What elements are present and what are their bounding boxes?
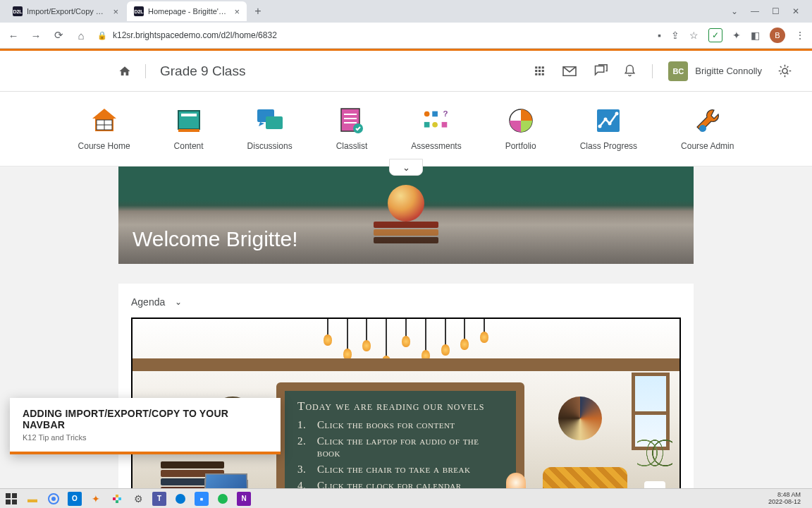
settings-icon[interactable]: ⚙ xyxy=(131,492,145,506)
svg-rect-16 xyxy=(424,121,430,127)
gear-icon[interactable] xyxy=(777,64,792,78)
list-item: 2.Click the laptop for audio of the book xyxy=(297,435,503,459)
nav-course-home[interactable]: Course Home xyxy=(78,107,130,151)
nav-content[interactable]: Content xyxy=(174,107,204,151)
edge-icon[interactable] xyxy=(173,492,187,506)
chevron-down-icon: ⌄ xyxy=(402,162,410,173)
classlist-icon xyxy=(337,107,367,134)
star-icon[interactable]: ☆ xyxy=(689,30,699,41)
svg-text:?: ? xyxy=(443,109,448,118)
chrome-icon[interactable] xyxy=(47,492,61,506)
url-text: k12sr.brightspacedemo.com/d2l/home/6832 xyxy=(113,30,277,40)
profile-avatar[interactable]: B xyxy=(770,28,785,43)
nav-classlist[interactable]: Classlist xyxy=(336,107,368,151)
user-name: Brigitte Connolly xyxy=(695,66,762,76)
bell-icon[interactable] xyxy=(623,64,636,78)
agenda-header[interactable]: Agenda ⌄ xyxy=(131,296,681,308)
agenda-title: Agenda xyxy=(131,296,165,308)
house-icon xyxy=(90,107,119,134)
slack-icon[interactable] xyxy=(110,492,124,506)
share-icon[interactable]: ⇪ xyxy=(671,30,679,41)
windows-taskbar: ▬ O ✦ ⚙ T ▪ N 8:48 AM 2022-08-12 xyxy=(0,488,812,508)
wrench-icon xyxy=(693,107,722,134)
chevron-down-icon[interactable]: ⌄ xyxy=(175,297,182,307)
nav-label: Assessments xyxy=(411,141,461,151)
favicon-icon: D2L xyxy=(13,6,23,16)
course-banner: Welcome Brigitte! xyxy=(118,167,694,264)
start-button[interactable] xyxy=(4,492,18,506)
beam-decoration xyxy=(133,358,679,371)
svg-rect-7 xyxy=(266,116,283,129)
address-field[interactable]: 🔒 k12sr.brightspacedemo.com/d2l/home/683… xyxy=(97,30,648,40)
apps-grid-icon[interactable] xyxy=(533,64,546,78)
clock-date: 2022-08-12 xyxy=(768,499,801,506)
svg-rect-28 xyxy=(6,500,11,504)
close-icon[interactable]: × xyxy=(113,6,118,17)
extension-icon[interactable]: ✓ xyxy=(708,28,722,42)
app-icon[interactable]: ✦ xyxy=(89,492,103,506)
browser-tab-0[interactable]: D2L Import/Export/Copy Components × xyxy=(6,1,125,21)
chat-icon[interactable] xyxy=(593,64,608,78)
toast-subtitle: K12 Tip and Tricks xyxy=(23,433,268,442)
back-button[interactable]: ← xyxy=(7,30,20,42)
tab-title: Import/Export/Copy Components xyxy=(27,7,109,16)
spotify-icon[interactable] xyxy=(216,492,230,506)
system-tray[interactable]: 8:48 AM 2022-08-12 xyxy=(768,492,808,506)
file-explorer-icon[interactable]: ▬ xyxy=(25,492,39,506)
lamp-decoration xyxy=(506,473,526,489)
chevron-down-icon[interactable]: ⌄ xyxy=(731,6,738,16)
svg-rect-18 xyxy=(442,121,448,127)
zoom-icon[interactable]: ▪ xyxy=(195,492,209,506)
home-button[interactable]: ⌂ xyxy=(75,30,87,42)
course-title[interactable]: Grade 9 Class xyxy=(160,64,245,79)
new-tab-button[interactable]: + xyxy=(248,1,268,21)
svg-point-21 xyxy=(598,124,602,128)
browser-tab-1[interactable]: D2L Homepage - Brigitte's Sandbox × xyxy=(127,1,247,21)
tab-title: Homepage - Brigitte's Sandbox xyxy=(148,7,230,16)
mail-icon[interactable] xyxy=(562,65,577,78)
svg-rect-32 xyxy=(113,497,116,500)
svg-rect-34 xyxy=(116,495,118,497)
reload-button[interactable]: ⟳ xyxy=(52,29,65,42)
svg-rect-29 xyxy=(12,500,17,504)
minimize-icon[interactable]: — xyxy=(751,6,759,16)
teams-icon[interactable]: T xyxy=(152,492,166,506)
forward-button[interactable]: → xyxy=(30,30,42,42)
discussions-icon xyxy=(255,107,285,134)
camera-icon[interactable]: ▪ xyxy=(658,30,661,41)
nav-portfolio[interactable]: Portfolio xyxy=(505,107,536,151)
browser-chrome: D2L Import/Export/Copy Components × D2L … xyxy=(0,0,812,49)
divider xyxy=(145,64,146,78)
chair-hotspot[interactable] xyxy=(543,467,627,489)
svg-rect-14 xyxy=(432,111,438,116)
svg-point-36 xyxy=(176,494,185,504)
home-icon[interactable] xyxy=(118,65,131,78)
svg-point-31 xyxy=(51,497,56,501)
maximize-icon[interactable]: ☐ xyxy=(772,6,780,16)
tip-toast[interactable]: ADDING IMPORT/EXPORT/COPY TO YOUR NAVBAR… xyxy=(10,398,281,454)
chalkboard-list: 1.Click the books for content 2.Click th… xyxy=(297,419,503,489)
outlook-icon[interactable]: O xyxy=(68,492,82,506)
close-window-icon[interactable]: ✕ xyxy=(792,6,799,16)
nav-label: Portfolio xyxy=(505,141,536,151)
nav-class-progress[interactable]: Class Progress xyxy=(580,107,637,151)
laptop-hotspot[interactable] xyxy=(204,473,249,489)
svg-point-17 xyxy=(432,121,438,127)
nav-assessments[interactable]: ? Assessments xyxy=(411,107,461,151)
close-icon[interactable]: × xyxy=(234,6,240,17)
kebab-menu-icon[interactable]: ⋮ xyxy=(795,30,805,41)
svg-rect-27 xyxy=(12,493,17,498)
user-menu[interactable]: BC Brigitte Connolly xyxy=(668,61,762,81)
puzzle-icon[interactable]: ✦ xyxy=(732,30,741,41)
address-bar: ← → ⟳ ⌂ 🔒 k12sr.brightspacedemo.com/d2l/… xyxy=(0,23,812,48)
expand-nav-button[interactable]: ⌄ xyxy=(389,159,423,176)
panel-icon[interactable]: ◧ xyxy=(751,30,760,41)
assessments-icon: ? xyxy=(422,107,451,134)
nav-discussions[interactable]: Discussions xyxy=(247,107,293,151)
svg-rect-26 xyxy=(6,493,11,498)
onenote-icon[interactable]: N xyxy=(237,492,251,506)
course-nav: Course Home Content Discussions Classlis… xyxy=(0,92,812,167)
nav-label: Classlist xyxy=(336,141,368,151)
nav-course-admin[interactable]: Course Admin xyxy=(681,107,734,151)
art-decoration xyxy=(558,397,602,440)
